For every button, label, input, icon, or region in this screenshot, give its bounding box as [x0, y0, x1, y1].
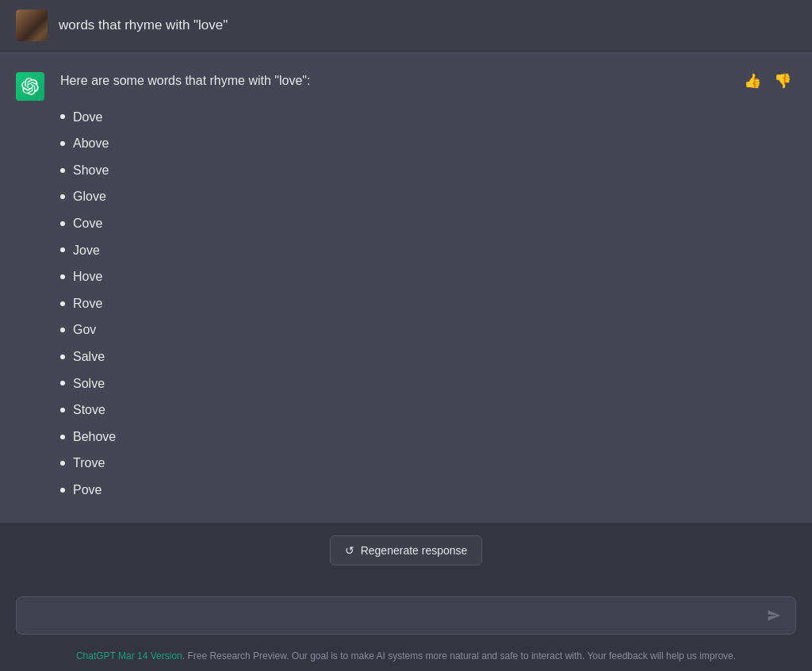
rhyme-word: Pove — [73, 480, 102, 500]
rhyme-word: Trove — [73, 453, 105, 474]
rhyme-word: Salve — [73, 347, 105, 367]
list-item: Shove — [60, 157, 742, 184]
bullet-point — [60, 355, 65, 359]
rhyme-word: Dove — [73, 107, 102, 128]
list-item: Salve — [60, 343, 742, 370]
bullet-point — [60, 435, 65, 439]
bullet-point — [60, 194, 65, 199]
list-item: Glove — [60, 183, 742, 210]
thumbs-up-button[interactable]: 👍 — [742, 71, 763, 91]
header: words that rhyme with "love" — [0, 0, 812, 52]
avatar-image — [16, 10, 48, 41]
footer-disclaimer: . Free Research Preview. Our goal is to … — [182, 650, 736, 661]
response-block: Here are some words that rhyme with "lov… — [0, 52, 812, 523]
send-button[interactable] — [765, 607, 783, 624]
rhyme-word: Rove — [73, 293, 102, 314]
rhyme-word: Stove — [73, 400, 105, 420]
bullet-point — [60, 141, 65, 146]
list-item: Dove — [60, 104, 742, 131]
bullet-point — [60, 381, 65, 385]
regenerate-button[interactable]: ↺ Regenerate response — [330, 535, 483, 566]
chat-input[interactable] — [29, 608, 765, 623]
list-item: Cove — [60, 210, 742, 237]
list-item: Solve — [60, 370, 742, 397]
bullet-point — [60, 274, 65, 279]
response-intro: Here are some words that rhyme with "lov… — [60, 71, 742, 91]
list-item: Pove — [60, 477, 742, 504]
rhyme-word: Solve — [73, 374, 105, 394]
chat-area: Here are some words that rhyme with "lov… — [0, 52, 812, 587]
input-wrapper — [16, 596, 796, 635]
rhyme-word: Behove — [73, 427, 116, 447]
rhyme-word: Cove — [73, 213, 102, 234]
bullet-point — [60, 221, 65, 226]
rhyme-word: Jove — [73, 240, 100, 261]
bullet-point — [60, 408, 65, 412]
list-item: Above — [60, 130, 742, 157]
rhyme-word: Shove — [73, 160, 109, 181]
bullet-point — [60, 301, 65, 306]
rhyme-word: Gov — [73, 320, 96, 340]
bullet-point — [60, 461, 65, 466]
response-content: Here are some words that rhyme with "lov… — [60, 71, 742, 504]
list-item: Stove — [60, 397, 742, 424]
footer: ChatGPT Mar 14 Version. Free Research Pr… — [0, 644, 812, 671]
feedback-buttons: 👍 👎 — [742, 71, 793, 91]
chatgpt-icon — [16, 72, 44, 101]
footer-link[interactable]: ChatGPT Mar 14 Version — [76, 650, 182, 661]
bullet-point — [60, 488, 65, 493]
thumbs-up-icon: 👍 — [744, 72, 761, 90]
avatar — [16, 10, 48, 41]
list-item: Gov — [60, 316, 742, 343]
regenerate-icon: ↺ — [345, 544, 354, 557]
conversation-title: words that rhyme with "love" — [59, 17, 228, 33]
thumbs-down-button[interactable]: 👎 — [772, 71, 793, 91]
bullet-point — [60, 114, 65, 119]
bullet-point — [60, 168, 65, 173]
list-item: Jove — [60, 237, 742, 264]
list-item: Rove — [60, 290, 742, 317]
chatgpt-logo-svg — [21, 78, 39, 95]
regenerate-section: ↺ Regenerate response — [0, 523, 812, 578]
rhyme-word: Hove — [73, 266, 102, 287]
list-item: Hove — [60, 263, 742, 290]
rhyme-word: Glove — [73, 186, 106, 207]
send-icon — [767, 608, 781, 623]
input-area — [0, 587, 812, 644]
rhyme-list: DoveAboveShoveGloveCoveJoveHoveRoveGovSa… — [60, 104, 742, 504]
bullet-point — [60, 328, 65, 332]
rhyme-word: Above — [73, 133, 109, 154]
bullet-point — [60, 247, 65, 252]
regenerate-label: Regenerate response — [361, 544, 468, 557]
thumbs-down-icon: 👎 — [774, 72, 791, 90]
list-item: Behove — [60, 424, 742, 451]
list-item: Trove — [60, 450, 742, 477]
